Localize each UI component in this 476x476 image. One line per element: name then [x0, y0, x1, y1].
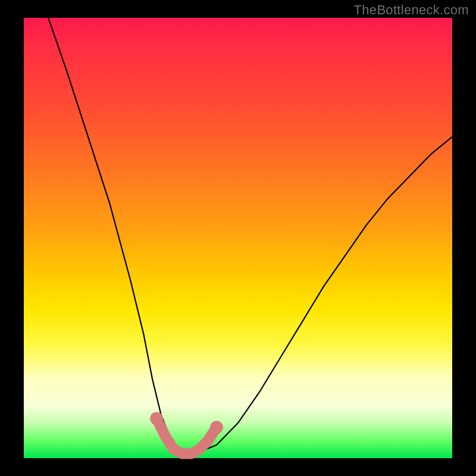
highlight-cap-right	[210, 421, 223, 434]
bottleneck-curve-line	[45, 9, 452, 453]
highlight-cap-left	[150, 412, 163, 425]
chart-frame: TheBottleneck.com	[0, 0, 476, 476]
highlight-trough-line	[156, 418, 217, 453]
curve-layer	[24, 18, 452, 458]
series-container	[45, 9, 452, 453]
watermark-text: TheBottleneck.com	[354, 2, 469, 18]
plot-area	[24, 18, 452, 458]
